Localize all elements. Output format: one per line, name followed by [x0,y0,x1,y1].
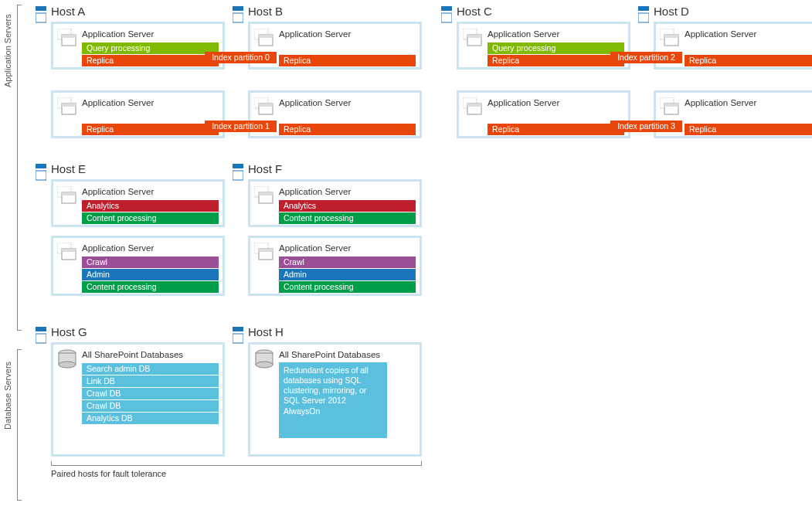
database-icon [254,349,274,369]
role-replica: Replica [82,55,219,66]
db-title: All SharePoint Databases [279,348,416,362]
svg-rect-36 [62,192,76,195]
role-content: Content processing [82,212,219,224]
paired-hosts-bracket [51,461,422,466]
diagram-canvas: Host A Application Server Query processi… [28,5,808,472]
svg-rect-14 [467,35,481,38]
svg-rect-54 [233,334,243,343]
role-query: Query processing [82,42,219,54]
windows-icon [57,29,77,47]
index-partition-1-label: Index partition 1 [205,121,277,132]
paired-hosts-label: Paired hosts for fault tolerance [51,469,166,478]
host-c-box-2: Application Server . Replica [457,90,630,138]
svg-rect-11 [441,13,452,22]
svg-rect-5 [233,6,243,11]
role-replica: Replica [488,124,624,135]
role-query: Query processing [488,42,624,54]
svg-rect-38 [233,171,243,180]
windows-icon [254,243,274,261]
index-partition-3-label: Index partition 3 [610,121,682,132]
svg-rect-9 [259,35,273,38]
host-rack-icon [36,6,46,22]
svg-rect-1 [36,13,46,22]
svg-rect-32 [36,164,46,168]
svg-rect-53 [233,327,243,331]
host-rack-icon [36,327,46,342]
server-title: Application Server [82,241,219,256]
host-title: Host H [248,325,284,338]
svg-rect-37 [233,164,243,168]
db-item: Crawl DB [82,400,219,412]
host-g-box: All SharePoint Databases Search admin DB… [51,342,225,457]
windows-icon [57,243,77,261]
host-h-box: All SharePoint Databases Redundant copie… [248,342,422,457]
index-partition-0-label: Index partition 0 [205,52,277,63]
host-e-box-2: Application Server Crawl Admin Content p… [51,236,225,296]
windows-icon [254,29,274,47]
host-e-box-1: Application Server Analytics Content pro… [51,179,225,227]
host-rack-icon [233,6,243,22]
host-rack-icon [36,164,46,179]
db-servers-bracket [17,349,22,480]
svg-rect-31 [664,104,678,107]
host-a-box-1: Application Server Query processing Repl… [51,22,225,70]
role-content: Content processing [279,212,416,224]
svg-rect-4 [62,35,76,38]
role-replica: Replica [685,124,812,135]
svg-point-57 [256,362,273,368]
host-rack-icon [233,327,243,342]
role-analytics: Analytics [279,200,416,212]
windows-icon [660,29,680,47]
svg-rect-15 [638,6,649,11]
svg-rect-19 [664,35,678,38]
role-crawl: Crawl [82,257,219,268]
role-admin: Admin [82,269,219,280]
db-item: Crawl DB [82,388,219,399]
server-title: Application Server [279,96,416,110]
svg-rect-41 [259,192,273,195]
server-title: Application Server [279,27,416,42]
svg-point-52 [59,362,76,368]
role-replica: Replica [685,55,812,66]
windows-icon [463,29,483,47]
windows-icon [57,186,77,205]
server-title: Application Server [488,96,624,110]
svg-rect-49 [36,334,46,343]
db-item: Search admin DB [82,363,219,375]
app-servers-bracket [17,5,22,331]
role-replica: Replica [82,124,219,135]
server-title: Application Server [279,185,416,199]
role-replica: Replica [279,124,416,135]
server-title: Application Server [82,96,219,110]
svg-rect-22 [62,104,76,107]
server-title: Application Server [82,27,219,42]
host-a-box-2: Application Server . Replica [51,90,225,138]
host-rack-icon [441,6,452,22]
windows-icon [254,186,274,205]
role-content: Content processing [82,281,219,293]
role-analytics: Analytics [82,200,219,212]
svg-rect-25 [259,104,273,107]
db-redundancy-note: Redundant copies of all databases using … [279,362,387,438]
host-title: Host C [457,5,492,18]
role-crawl: Crawl [279,257,416,268]
host-rack-icon [233,164,243,179]
svg-rect-0 [36,6,46,11]
svg-rect-33 [36,171,46,180]
app-servers-label: Application Servers [3,5,12,97]
svg-rect-10 [441,6,452,11]
svg-rect-44 [62,249,76,252]
svg-rect-48 [36,327,46,331]
host-f-box-2: Application Server Crawl Admin Content p… [248,236,422,296]
database-icon [57,349,77,369]
host-title: Host E [51,162,86,175]
svg-rect-28 [467,104,481,107]
host-title: Host B [248,5,283,18]
windows-icon [57,97,77,116]
db-item: Link DB [82,375,219,387]
host-f-box-1: Application Server Analytics Content pro… [248,179,422,227]
role-replica: Replica [488,55,624,66]
host-rack-icon [638,6,649,22]
svg-rect-16 [638,13,649,22]
server-title: Application Server [685,96,812,110]
